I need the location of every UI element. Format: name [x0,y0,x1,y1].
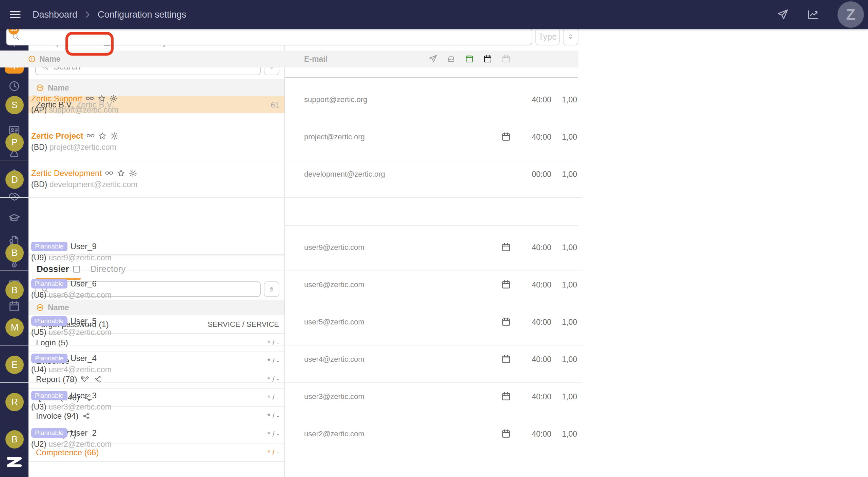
user-secondary-email: support@zertic.com [49,105,118,114]
calendar-icon[interactable] [501,242,511,252]
weekly-hours: 40:00 [532,243,551,252]
calendar-black-column-icon[interactable] [483,54,492,63]
user-name-line: PlannableUser_9 [31,242,97,251]
user-name-line: Zertic Development [31,168,137,178]
user-secondary-email: user5@zertic.com [48,328,112,337]
avatar: M [5,318,24,337]
user-name[interactable]: Zertic Development [31,168,102,178]
user-email: user3@zertic.com [304,392,364,401]
star-icon[interactable] [98,132,107,140]
weekly-hours: 40:00 [532,430,551,439]
chevron-right-icon [83,11,92,19]
calendar-green-column-icon[interactable] [465,54,474,63]
weekly-hours: 40:00 [532,355,551,364]
user-detail-line: (U9) user9@zertic.com [31,253,112,262]
calendar-icon[interactable] [501,132,511,142]
user-name[interactable]: Zertic Project [31,131,83,141]
user-name-line: PlannableUser_6 [31,279,97,289]
user-row-user-5[interactable]: MPlannableUser_5(U5) user5@zertic.comuse… [0,308,583,345]
weekly-hours: 40:00 [532,392,551,401]
plannable-badge: Plannable [31,391,67,400]
user-name-line: PlannableUser_4 [31,354,97,363]
gear-icon[interactable] [129,169,137,178]
mask-icon[interactable] [86,132,95,140]
mask-icon[interactable] [85,94,94,103]
user-name-line: PlannableUser_2 [31,428,97,438]
user-name[interactable]: Zertic Support [31,94,82,103]
user-name: User_6 [71,279,97,289]
user-name: User_2 [71,428,97,438]
weekly-hours: 00:00 [532,170,551,179]
user-detail-line: (U2) user2@zertic.com [31,440,112,449]
user-email: support@zertic.org [304,95,367,104]
calendar-icon[interactable] [501,392,511,401]
user-code: (U6) [31,291,48,299]
user-detail-line: (U4) user4@zertic.com [31,365,112,374]
user-row-user-4[interactable]: EPlannableUser_4(U4) user4@zertic.comuse… [0,345,583,383]
user-code: (U4) [31,365,48,374]
user-secondary-email: user6@zertic.com [48,291,112,299]
fte-value: 1,00 [562,392,577,401]
gear-icon[interactable] [110,132,119,140]
avatar: E [5,356,24,374]
sort-button[interactable] [563,28,578,45]
weekly-hours: 40:00 [532,95,551,104]
user-row-zertic-development[interactable]: DZertic Development(BD) development@zert… [0,160,583,198]
calendar-light-column-icon[interactable] [501,54,511,63]
plannable-badge: Plannable [31,428,67,438]
user-code: (U3) [31,402,48,411]
star-icon[interactable] [97,94,106,103]
send-column-icon[interactable] [428,54,437,63]
header-icon-columns [428,54,511,63]
inbox-column-icon[interactable] [447,54,456,63]
chart-icon[interactable] [807,8,819,21]
sort-icon [566,32,575,41]
calendar-icon[interactable] [501,317,511,327]
topbar: Dashboard Configuration settings Z [0,0,868,29]
avatar: P [5,133,24,152]
avatar-letter: Z [846,6,855,23]
avatar: B [5,281,24,299]
fte-value: 1,00 [562,280,577,290]
breadcrumb-dashboard[interactable]: Dashboard [33,9,77,20]
user-row-user-6[interactable]: BPlannableUser_6(U6) user6@zertic.comuse… [0,271,583,308]
user-name-line: PlannableUser_3 [31,391,97,400]
user-row-zertic-support[interactable]: SZertic Support(AP) support@zertic.comsu… [0,86,583,123]
user-secondary-email: user3@zertic.com [48,402,112,411]
user-email: project@zertic.org [304,133,365,141]
calendar-icon[interactable] [501,280,511,290]
sidebar-item-graduation-cap[interactable] [5,209,24,228]
star-icon[interactable] [117,169,125,178]
user-detail-line: (BD) development@zertic.com [31,180,138,189]
calendar-icon[interactable] [501,354,511,364]
breadcrumb-current: Configuration settings [98,9,186,20]
weekly-hours: 40:00 [532,280,551,290]
plannable-badge: Plannable [31,279,67,289]
avatar: D [5,171,24,189]
user-code: (BD) [31,180,50,189]
type-filter-button[interactable]: Type [535,28,560,45]
mask-icon[interactable] [105,169,114,178]
gear-icon[interactable] [109,94,118,103]
add-user-icon[interactable] [28,55,36,63]
user-email: user4@zertic.com [304,355,364,364]
user-name-line: PlannableUser_5 [31,316,97,326]
send-icon[interactable] [776,8,789,21]
user-search-input[interactable]: 35 [6,28,532,45]
user-row-zertic-project[interactable]: PZertic Project(BD) project@zertic.compr… [0,123,583,160]
fte-value: 1,00 [562,95,577,104]
user-email: user6@zertic.com [304,280,364,289]
user-avatar[interactable]: Z [837,1,864,28]
graduation-cap-icon [8,212,20,224]
user-row-user-9[interactable]: BPlannableUser_9(U9) user9@zertic.comuse… [0,234,583,271]
user-row-user-3[interactable]: RPlannableUser_3(U3) user3@zertic.comuse… [0,383,583,420]
menu-icon[interactable] [9,8,22,21]
user-table: – User: zertic (3)SZertic Support(AP) su… [0,67,583,457]
user-code: (BD) [31,143,50,152]
user-secondary-email: project@zertic.com [50,143,116,152]
calendar-icon[interactable] [501,429,511,439]
table-header: Name E-mail [0,51,578,67]
weekly-hours: 40:00 [532,318,551,327]
user-row-user-2[interactable]: BPlannableUser_2(U2) user2@zertic.comuse… [0,420,583,457]
avatar: B [5,430,24,449]
